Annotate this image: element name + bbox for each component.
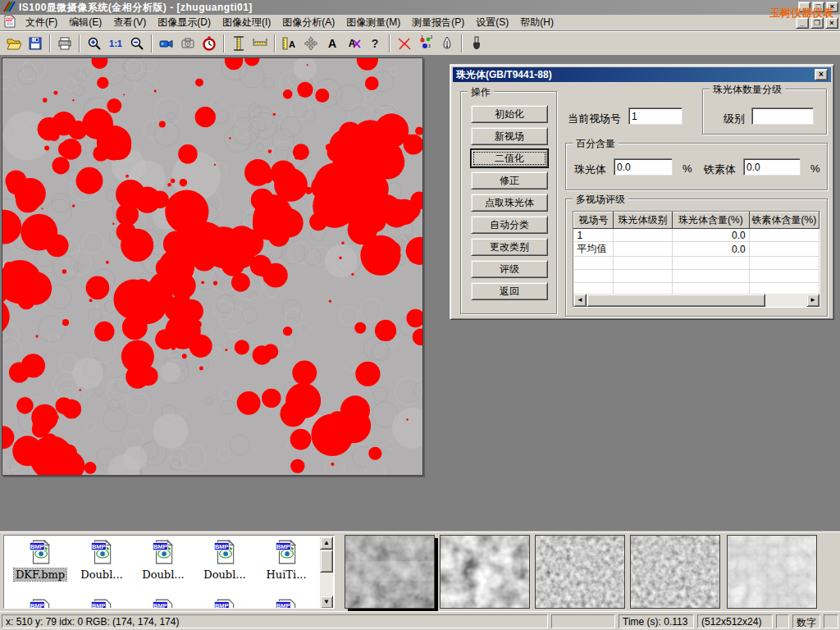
minimize-button[interactable]: _ xyxy=(798,2,810,12)
menu-view[interactable]: 查看(V) xyxy=(107,14,152,31)
return-button[interactable]: 返回 xyxy=(471,282,548,300)
rate-button[interactable]: 评级 xyxy=(471,260,548,278)
change-class-button[interactable]: 更改类别 xyxy=(471,238,548,256)
file-item-doubl-1[interactable]: BMP Doubl... xyxy=(75,539,128,581)
pick-pearlite-button[interactable]: 点取珠光体 xyxy=(471,194,548,212)
new-field-button[interactable]: 新视场 xyxy=(471,127,548,145)
child-minimize-button[interactable]: _ xyxy=(796,17,809,29)
pearlite-dialog: 珠光体(GB/T9441-88) × 操作 初始化 新视场 二值化 修正 点取珠… xyxy=(450,64,834,320)
document-icon[interactable]: DOC xyxy=(3,15,16,30)
zoom-actual-button[interactable]: 1:1 xyxy=(105,33,126,54)
percent-group-label: 百分含量 xyxy=(573,137,619,151)
video-camera-button[interactable] xyxy=(156,33,177,54)
help-button[interactable]: ? xyxy=(364,33,386,54)
table-row[interactable]: 平均值 0.0 xyxy=(574,242,819,257)
multifield-group: 多视场评级 视场号 珠光体级别 珠光体含量(%) 铁素体含量(%) 1 xyxy=(565,199,828,317)
metallograph-image[interactable] xyxy=(2,57,423,476)
operation-group-label: 操作 xyxy=(468,85,494,99)
open-file-button[interactable] xyxy=(3,33,25,54)
camera-capture-button[interactable] xyxy=(177,33,199,54)
file-item-dkf[interactable]: BMP DKF.bmp xyxy=(14,539,66,581)
col-pearlite-grade[interactable]: 珠光体级别 xyxy=(614,212,673,229)
file-item-row2[interactable]: BMP xyxy=(14,598,66,609)
menu-image-process[interactable]: 图像处理(I) xyxy=(217,14,276,31)
thumbnail-4[interactable] xyxy=(630,535,720,609)
timer-button[interactable] xyxy=(199,33,220,54)
auto-classify-button[interactable]: 自动分类 xyxy=(471,216,548,234)
init-button[interactable]: 初始化 xyxy=(471,105,548,123)
file-item-row2[interactable]: BMP xyxy=(75,598,128,609)
close-button[interactable]: × xyxy=(826,2,838,12)
scroll-left-icon[interactable]: ◄ xyxy=(573,294,587,307)
zoom-in-button[interactable] xyxy=(84,33,105,54)
scroll-right-icon[interactable]: ► xyxy=(806,294,819,307)
menu-settings[interactable]: 设置(S) xyxy=(470,14,514,31)
text-style-button[interactable]: A xyxy=(343,33,364,54)
caliper-vertical-button[interactable] xyxy=(228,33,249,54)
ruler-horizontal-button[interactable] xyxy=(249,33,271,54)
bmp-file-icon: BMP xyxy=(28,598,52,609)
file-item-row2[interactable]: BMP xyxy=(199,598,251,609)
svg-text:BMP: BMP xyxy=(153,602,167,609)
thumbnail-1[interactable] xyxy=(345,535,435,609)
scroll-down-icon[interactable]: ▼ xyxy=(320,596,333,609)
file-list-scrollbar[interactable]: ▲ ▼ xyxy=(320,536,333,609)
binarize-button[interactable]: 二值化 xyxy=(471,149,548,167)
col-pearlite-content[interactable]: 珠光体含量(%) xyxy=(673,212,750,229)
col-field-number[interactable]: 视场号 xyxy=(574,212,614,229)
time-status: Time (s): 0.113 xyxy=(619,614,694,628)
dialog-body: 操作 初始化 新视场 二值化 修正 点取珠光体 自动分类 更改类别 评级 返回 … xyxy=(453,82,831,318)
dialog-close-icon[interactable]: × xyxy=(815,69,828,80)
file-item-doubl-3[interactable]: BMP Doubl... xyxy=(199,539,251,581)
multifield-group-label: 多视场评级 xyxy=(573,193,628,207)
menu-image-measure[interactable]: 图像测量(M) xyxy=(340,14,406,31)
menu-edit[interactable]: 编辑(E) xyxy=(63,14,107,31)
cursor-position-status: x: 510 y: 79 idx: 0 RGB: (174, 174, 174) xyxy=(2,614,548,628)
count-points-button[interactable]: 123 xyxy=(415,33,436,54)
ferrite-percent-input[interactable] xyxy=(743,158,801,176)
menu-bar: DOC 文件(F) 编辑(E) 查看(V) 图像显示(D) 图像处理(I) 图像… xyxy=(0,15,840,31)
menu-file[interactable]: 文件(F) xyxy=(20,14,63,31)
table-row[interactable]: 1 0.0 xyxy=(574,229,819,242)
menu-image-analysis[interactable]: 图像分析(A) xyxy=(276,14,340,31)
measure-label-button[interactable]: A xyxy=(279,33,300,54)
menu-report[interactable]: 测量报告(P) xyxy=(406,14,470,31)
correct-button[interactable]: 修正 xyxy=(471,171,548,189)
pearlite-percent-input[interactable] xyxy=(614,158,673,176)
child-restore-button[interactable]: ❐ xyxy=(810,17,824,29)
operation-group: 操作 初始化 新视场 二值化 修正 点取珠光体 自动分类 更改类别 评级 返回 xyxy=(460,91,557,314)
file-item-huiti[interactable]: BMP HuiTi... xyxy=(260,539,313,581)
zoom-out-button[interactable] xyxy=(126,33,148,54)
svg-text:BMP: BMP xyxy=(30,543,44,550)
menu-help[interactable]: 帮助(H) xyxy=(514,14,559,31)
child-close-button[interactable]: × xyxy=(825,17,838,29)
thumbnail-2[interactable] xyxy=(440,535,530,609)
print-button[interactable] xyxy=(54,33,75,54)
col-ferrite-content[interactable]: 铁素体含量(%) xyxy=(749,212,819,229)
scroll-thumb[interactable] xyxy=(320,550,333,573)
ferrite-unit: % xyxy=(810,162,820,175)
text-annotate-button[interactable]: A xyxy=(322,33,343,54)
file-item-doubl-2[interactable]: BMP Doubl... xyxy=(137,539,189,581)
dialog-title-bar[interactable]: 珠光体(GB/T9441-88) × xyxy=(453,67,831,82)
status-bar: x: 510 y: 79 idx: 0 RGB: (174, 174, 174)… xyxy=(0,611,840,630)
scroll-thumb[interactable] xyxy=(587,294,765,307)
file-item-row2[interactable]: BMP xyxy=(260,598,313,609)
scroll-up-icon[interactable]: ▲ xyxy=(320,536,333,550)
pen-tool-button[interactable] xyxy=(436,33,458,54)
file-item-row2[interactable]: BMP xyxy=(137,598,189,609)
grading-group-label: 珠光体数量分级 xyxy=(710,83,785,97)
move-cross-button[interactable] xyxy=(300,33,322,54)
restore-button[interactable]: □ xyxy=(812,2,824,12)
curve-tool-button[interactable] xyxy=(394,33,415,54)
file-list[interactable]: BMP DKF.bmp BMP Doubl... BMP Doubl... BM… xyxy=(3,535,335,609)
thumbnail-3[interactable] xyxy=(535,535,625,609)
table-h-scrollbar[interactable]: ◄ ► xyxy=(573,294,819,307)
current-field-input[interactable] xyxy=(628,107,682,125)
multifield-table[interactable]: 视场号 珠光体级别 珠光体含量(%) 铁素体含量(%) 1 0.0 平均值 xyxy=(573,211,820,308)
grade-level-input[interactable] xyxy=(751,107,814,125)
thumbnail-5[interactable] xyxy=(727,535,817,609)
menu-image-display[interactable]: 图像显示(D) xyxy=(152,14,217,31)
save-button[interactable] xyxy=(25,33,46,54)
brush-tool-button[interactable] xyxy=(466,33,487,54)
